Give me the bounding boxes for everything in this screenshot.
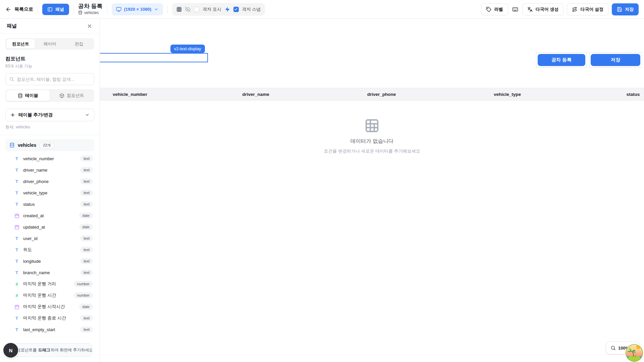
table-name: vehicles [18, 142, 36, 148]
field-type-badge: number [74, 292, 93, 298]
field-name: updated_at [23, 225, 45, 230]
field-type-badge: text [80, 269, 93, 276]
app-root: 목록으로 패널 공차 등록 vehicles [0, 0, 644, 362]
grid-show-checkbox[interactable] [194, 7, 199, 12]
field-row-last_empty_start[interactable]: Tlast_empty_starttext [5, 324, 94, 335]
panel-tab-layers[interactable]: 레이어 [36, 39, 64, 49]
field-name: 마지막 운행 시간 [23, 292, 56, 298]
calendar-icon [14, 213, 19, 218]
available-count: 83개 사용 가능 [5, 63, 94, 69]
text-type-icon: T [14, 168, 19, 173]
panel-left-icon [47, 7, 53, 12]
eye-off-icon[interactable] [185, 7, 191, 12]
field-row-driver_phone[interactable]: Tdriver_phonetext [5, 176, 94, 187]
field-row-branch_name[interactable]: Tbranch_nametext [5, 267, 94, 278]
divider [107, 5, 107, 14]
number-type-icon: # [14, 293, 19, 298]
field-type-badge: text [80, 326, 93, 333]
field-row-vehicle_type[interactable]: Tvehicle_typetext [5, 187, 94, 198]
field-row-마지막 운행 종료 시간[interactable]: T마지막 운행 종료 시간text [5, 312, 94, 324]
text-type-icon: T [14, 236, 19, 241]
field-name: longitude [23, 259, 41, 264]
save-button-text: 저장 [625, 6, 634, 12]
table-grid-icon [364, 118, 380, 133]
left-panel: 패널 컴포넌트레이어편집 컴포넌트 83개 사용 가능 테이블컴포넌트 [0, 19, 100, 362]
database-icon [78, 10, 83, 15]
panel-tab-components[interactable]: 컴포넌트 [6, 39, 35, 49]
panel-tabs: 컴포넌트레이어편집 [5, 38, 94, 50]
i18n-generate-button[interactable]: 다국어 생성 [522, 3, 564, 15]
field-row-longitude[interactable]: Tlongitudetext [5, 255, 94, 267]
calendar-icon [14, 304, 19, 309]
label-button-text: 라벨 [494, 6, 503, 12]
resolution-value: (644 × 362) [124, 7, 151, 12]
canvas-register-button[interactable]: 공차 등록 [538, 54, 585, 66]
label-button[interactable]: 라벨 [481, 3, 508, 15]
field-type-badge: date [79, 224, 93, 230]
vehicles-table-row[interactable]: vehicles 22개 [5, 139, 94, 151]
keyboard-shortcuts-button[interactable] [512, 6, 519, 13]
grid-snap-label: 격자 스냅 [242, 6, 261, 12]
field-name: user_id [23, 236, 38, 241]
field-row-위도[interactable]: T위도text [5, 244, 94, 255]
number-type-icon: # [14, 282, 19, 287]
field-name: last_empty_start [23, 327, 55, 332]
back-button[interactable]: 목록으로 [5, 6, 33, 12]
save-button[interactable]: 저장 [612, 3, 639, 15]
field-row-updated_at[interactable]: updated_atdate [5, 221, 94, 233]
drag-hint: 컴포넌트를 드래그하여 화면에 추가하세요 [5, 343, 92, 357]
divider [0, 135, 100, 135]
island-emoji-icon[interactable] [625, 344, 643, 362]
i18n-settings-button[interactable]: 다국어 설정 [567, 3, 608, 15]
field-type-badge: number [74, 281, 93, 287]
field-name: 위도 [23, 247, 32, 253]
add-table-button[interactable]: 테이블 추가/변경 [5, 109, 94, 121]
canvas-save-button[interactable]: 저장 [591, 54, 640, 66]
zap-icon[interactable] [225, 7, 230, 12]
panel-toggle-button[interactable]: 패널 [42, 4, 69, 15]
tag-icon [486, 7, 491, 12]
route-icon [572, 7, 577, 12]
panel-body: 컴포넌트레이어편집 컴포넌트 83개 사용 가능 테이블컴포넌트 테이블 추가/… [0, 34, 100, 335]
panel-tab-edit[interactable]: 편집 [65, 39, 93, 49]
field-name: 마지막 운행 종료 시간 [23, 315, 66, 321]
page-title-block: 공차 등록 vehicles [78, 3, 103, 15]
text-type-icon: T [14, 270, 19, 275]
field-row-마지막 운행 시작시간[interactable]: 마지막 운행 시작시간date [5, 301, 94, 312]
text-type-icon: T [14, 156, 19, 161]
field-row-마지막 운행 시간[interactable]: #마지막 운행 시간number [5, 290, 94, 301]
search-input[interactable] [17, 77, 90, 82]
drag-hint-text: 컴포넌트를 드래그하여 화면에 추가하세요 [17, 347, 93, 353]
field-type-badge: text [80, 190, 93, 196]
field-row-마지막 운행 거리[interactable]: #마지막 운행 거리number [5, 278, 94, 290]
close-panel-button[interactable] [86, 23, 93, 29]
resolution-selector[interactable]: (644 × 362) [112, 3, 163, 15]
grid-snap-checkbox[interactable] [233, 7, 239, 12]
languages-icon [527, 7, 533, 12]
field-row-vehicle_number[interactable]: Tvehicle_numbertext [5, 153, 94, 164]
empty-state: 데이터가 없습니다 조건을 변경하거나 새로운 데이터를 추가해보세요 [100, 118, 644, 154]
field-name: vehicle_type [23, 190, 47, 195]
mode-tabs: 테이블컴포넌트 [5, 89, 94, 102]
add-table-label: 테이블 추가/변경 [18, 112, 53, 118]
mode-tab-tables[interactable]: 테이블 [6, 90, 50, 101]
grid-icon[interactable] [176, 7, 182, 12]
magnifier-icon [610, 345, 616, 351]
field-count-badge: 22개 [39, 142, 54, 149]
field-row-created_at[interactable]: created_atdate [5, 210, 94, 221]
field-row-user_id[interactable]: Tuser_idtext [5, 233, 94, 244]
page-title: 공차 등록 [78, 3, 103, 9]
column-header-status: status [570, 92, 644, 97]
database-icon [9, 142, 15, 148]
component-search [5, 73, 94, 85]
search-icon [9, 77, 14, 81]
calendar-icon [14, 225, 19, 230]
field-row-driver_name[interactable]: Tdriver_nametext [5, 164, 94, 176]
field-row-status[interactable]: Tstatustext [5, 198, 94, 210]
mode-tab-components[interactable]: 컴포넌트 [50, 90, 94, 101]
field-type-badge: text [80, 167, 93, 173]
user-avatar[interactable]: N [3, 343, 18, 358]
database-icon [18, 93, 23, 98]
panel-title: 패널 [7, 23, 17, 29]
field-name: branch_name [23, 270, 50, 275]
